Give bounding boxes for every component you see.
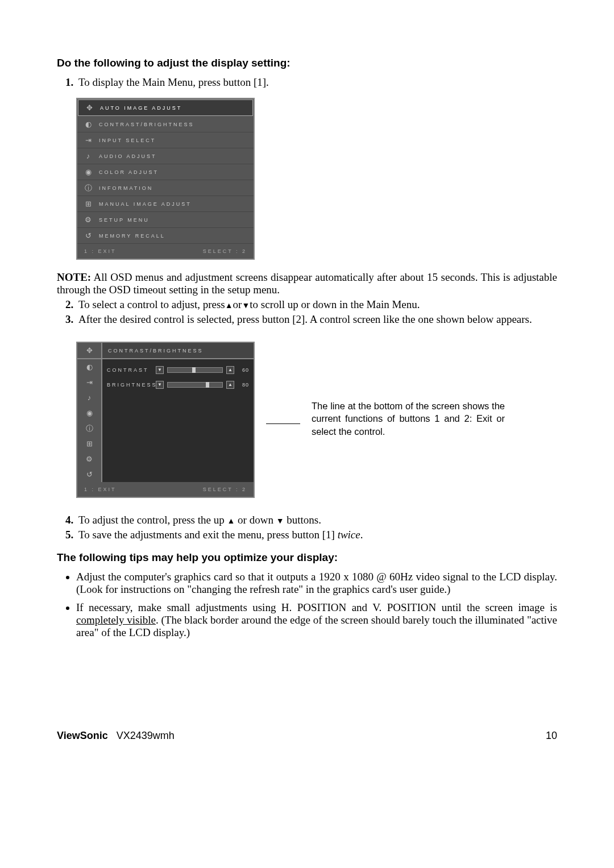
osd2-footer: 1 : EXIT SELECT : 2	[77, 482, 254, 497]
increase-icon[interactable]: ▲	[226, 381, 234, 389]
increase-icon[interactable]: ▲	[226, 366, 234, 374]
osd-menu-item[interactable]: ⚙SETUP MENU	[77, 212, 254, 228]
osd2-side-icon[interactable]: ◐	[77, 359, 101, 375]
osd-menu-item[interactable]: ⇥INPUT SELECT	[77, 132, 254, 148]
step5c: .	[360, 529, 363, 541]
osd2-side-icon[interactable]: ⇥	[77, 375, 101, 390]
step2c: to scroll up or down in the Main Menu.	[250, 298, 420, 310]
osd-item-icon: ↺	[82, 231, 94, 240]
osd2-footer-left: 1 : EXIT	[84, 487, 117, 492]
osd2-footer-right: SELECT : 2	[203, 487, 247, 492]
osd2-side-icon[interactable]: ♪	[77, 390, 101, 405]
steps-list-2: To select a control to adjust, pressorto…	[57, 298, 557, 326]
step4c: buttons.	[284, 514, 321, 526]
osd-footer: 1 : EXIT SELECT : 2	[77, 244, 254, 259]
osd-item-icon: ⓘ	[82, 183, 94, 193]
callout-text: The line at the bottom of the screen sho…	[312, 400, 505, 438]
osd-menu-item[interactable]: ♪AUDIO ADJUST	[77, 148, 254, 164]
figure-row: ✥◐⇥♪◉ⓘ⊞⚙↺ CONTRAST/BRIGHTNESS CONTRAST▼▲…	[57, 333, 557, 505]
osd2-control-label: CONTRAST	[107, 367, 152, 373]
step-3: After the desired control is selected, p…	[76, 313, 557, 326]
tip-1: Adjust the computer's graphics card so t…	[76, 571, 557, 596]
osd2-title: CONTRAST/BRIGHTNESS	[102, 343, 254, 359]
footer-model: VX2439wmh	[117, 730, 175, 741]
osd-footer-left: 1 : EXIT	[84, 248, 117, 254]
decrease-icon[interactable]: ▼	[156, 381, 164, 389]
note-bold: NOTE:	[57, 271, 91, 283]
osd-item-label: INFORMATION	[99, 185, 153, 191]
osd-item-icon: ◐	[82, 120, 94, 128]
step-2: To select a control to adjust, pressorto…	[76, 298, 557, 311]
osd-menu-item[interactable]: ✥AUTO IMAGE ADJUST	[78, 99, 253, 116]
step-4: To adjust the control, press the up or d…	[76, 514, 557, 526]
osd-item-label: CONTRAST/BRIGHTNESS	[99, 122, 194, 127]
osd-item-icon: ✥	[83, 103, 96, 112]
step2a: To select a control to adjust, press	[78, 298, 225, 310]
steps-list-3: To adjust the control, press the up or d…	[57, 514, 557, 541]
osd-item-icon: ⇥	[82, 136, 94, 144]
osd-menu-item[interactable]: ⊞MANUAL IMAGE ADJUST	[77, 196, 254, 212]
step4a: To adjust the control, press the up	[78, 514, 227, 526]
osd2-side-icon[interactable]: ⓘ	[77, 421, 101, 436]
footer-brand-name: ViewSonic	[57, 730, 108, 741]
osd2-side-icon[interactable]: ⊞	[77, 436, 101, 451]
footer-brand: ViewSonic VX2439wmh	[57, 730, 175, 742]
osd-item-label: AUTO IMAGE ADJUST	[100, 105, 182, 111]
down-arrow-icon	[276, 514, 284, 526]
tip2a: If necessary, make small adjustments usi…	[76, 601, 557, 613]
osd2-control-label: BRIGHTNESS	[107, 382, 152, 388]
osd-item-label: AUDIO ADJUST	[99, 153, 157, 159]
slider-knob[interactable]	[192, 367, 196, 373]
osd2-side-icon[interactable]: ✥	[77, 343, 101, 359]
step4b: or down	[235, 514, 276, 526]
tip2b: completely visible	[76, 614, 156, 626]
osd-menu-item[interactable]: ↺MEMORY RECALL	[77, 228, 254, 244]
osd2-side-icon[interactable]: ◉	[77, 405, 101, 421]
osd-main-menu: ✥AUTO IMAGE ADJUST◐CONTRAST/BRIGHTNESS⇥I…	[76, 98, 255, 260]
osd2-control-row: BRIGHTNESS▼▲80	[107, 377, 249, 392]
note-text: All OSD menus and adjustment screens dis…	[57, 271, 557, 296]
step5b: twice	[338, 529, 360, 541]
osd-item-icon: ♪	[82, 152, 94, 160]
osd-item-icon: ◉	[82, 168, 94, 176]
osd2-icon-column: ✥◐⇥♪◉ⓘ⊞⚙↺	[77, 343, 102, 482]
osd2-content: CONTRAST▼▲60BRIGHTNESS▼▲80	[102, 359, 254, 482]
osd-item-label: MANUAL IMAGE ADJUST	[99, 201, 192, 207]
steps-list: To display the Main Menu, press button […	[57, 76, 557, 89]
osd-item-icon: ⊞	[82, 200, 94, 208]
slider-knob[interactable]	[206, 382, 209, 388]
osd-item-icon: ⚙	[82, 215, 94, 224]
osd-menu-item[interactable]: ◐CONTRAST/BRIGHTNESS	[77, 117, 254, 132]
slider-value: 80	[238, 382, 249, 388]
osd-item-label: INPUT SELECT	[99, 138, 156, 143]
step-1: To display the Main Menu, press button […	[76, 76, 557, 89]
step-5: To save the adjustments and exit the men…	[76, 529, 557, 541]
osd-item-label: SETUP MENU	[99, 217, 150, 223]
tip-2: If necessary, make small adjustments usi…	[76, 601, 557, 639]
osd2-side-icon[interactable]: ⚙	[77, 451, 101, 467]
heading-tips: The following tips may help you optimize…	[57, 551, 557, 564]
osd-item-label: COLOR ADJUST	[99, 169, 159, 175]
osd-menu-item[interactable]: ◉COLOR ADJUST	[77, 164, 254, 180]
up-arrow-icon	[227, 514, 235, 526]
decrease-icon[interactable]: ▼	[156, 366, 164, 374]
osd-menu-item[interactable]: ⓘINFORMATION	[77, 180, 254, 196]
page-footer: ViewSonic VX2439wmh 10	[57, 730, 557, 742]
osd-footer-right: SELECT : 2	[203, 248, 247, 254]
callout-connector	[266, 423, 300, 424]
osd-item-label: MEMORY RECALL	[99, 233, 165, 239]
osd2-control-row: CONTRAST▼▲60	[107, 363, 249, 377]
slider-bar[interactable]	[167, 382, 223, 388]
step5a: To save the adjustments and exit the men…	[78, 529, 338, 541]
note-line: NOTE: All OSD menus and adjustment scree…	[57, 271, 557, 296]
slider-value: 60	[238, 367, 249, 373]
up-arrow-icon	[225, 298, 233, 310]
tips-list: Adjust the computer's graphics card so t…	[57, 571, 557, 639]
osd-control-screen: ✥◐⇥♪◉ⓘ⊞⚙↺ CONTRAST/BRIGHTNESS CONTRAST▼▲…	[76, 342, 255, 498]
heading-adjust: Do the following to adjust the display s…	[57, 57, 557, 69]
slider-bar[interactable]	[167, 367, 223, 373]
osd2-side-icon[interactable]: ↺	[77, 467, 101, 482]
step2b: or	[233, 298, 242, 310]
down-arrow-icon	[242, 298, 250, 310]
footer-page-number: 10	[546, 730, 557, 742]
